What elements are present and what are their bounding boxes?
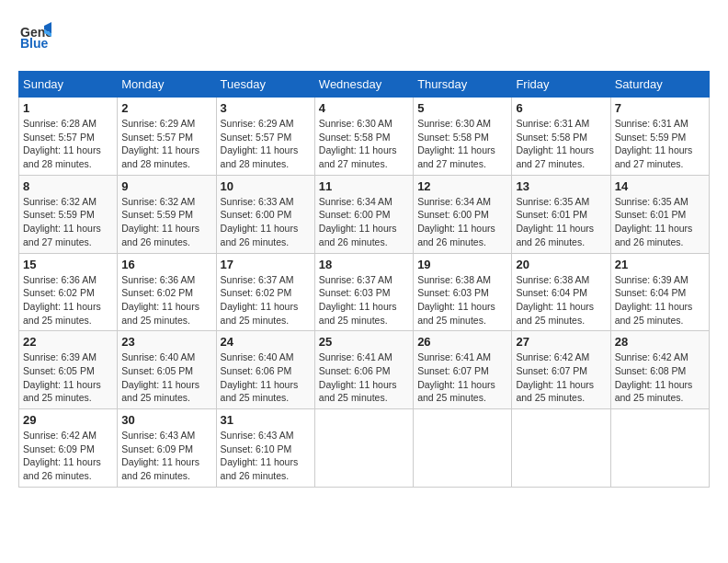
- day-info: Sunrise: 6:36 AM Sunset: 6:02 PM Dayligh…: [23, 273, 113, 327]
- calendar-week-1: 1Sunrise: 6:28 AM Sunset: 5:57 PM Daylig…: [19, 98, 710, 176]
- day-number: 12: [417, 179, 507, 193]
- day-number: 11: [319, 179, 409, 193]
- day-number: 26: [417, 335, 507, 349]
- calendar-cell: 16Sunrise: 6:36 AM Sunset: 6:02 PM Dayli…: [118, 253, 216, 331]
- day-info: Sunrise: 6:42 AM Sunset: 6:08 PM Dayligh…: [615, 350, 705, 405]
- calendar-week-2: 8Sunrise: 6:32 AM Sunset: 5:59 PM Daylig…: [19, 175, 710, 253]
- svg-text:Blue: Blue: [20, 36, 49, 51]
- day-number: 28: [615, 335, 705, 349]
- logo-icon: General Blue: [18, 18, 51, 52]
- day-info: Sunrise: 6:36 AM Sunset: 6:02 PM Dayligh…: [121, 273, 211, 327]
- day-info: Sunrise: 6:35 AM Sunset: 6:01 PM Dayligh…: [516, 195, 606, 249]
- day-info: Sunrise: 6:38 AM Sunset: 6:04 PM Dayligh…: [516, 273, 606, 327]
- day-number: 17: [221, 258, 311, 271]
- calendar-cell: 2Sunrise: 6:29 AM Sunset: 5:57 PM Daylig…: [118, 98, 216, 176]
- day-info: Sunrise: 6:41 AM Sunset: 6:07 PM Dayligh…: [417, 350, 507, 405]
- calendar-cell: 20Sunrise: 6:38 AM Sunset: 6:04 PM Dayli…: [512, 253, 610, 331]
- calendar-cell: 17Sunrise: 6:37 AM Sunset: 6:02 PM Dayli…: [216, 253, 314, 331]
- day-info: Sunrise: 6:30 AM Sunset: 5:58 PM Dayligh…: [319, 117, 409, 171]
- calendar-cell: [314, 409, 413, 488]
- day-info: Sunrise: 6:42 AM Sunset: 6:07 PM Dayligh…: [516, 350, 606, 405]
- day-number: 27: [516, 335, 606, 349]
- weekday-header-monday: Monday: [118, 72, 216, 98]
- day-info: Sunrise: 6:41 AM Sunset: 6:06 PM Dayligh…: [319, 350, 409, 405]
- calendar-cell: 27Sunrise: 6:42 AM Sunset: 6:07 PM Dayli…: [512, 331, 610, 409]
- day-info: Sunrise: 6:28 AM Sunset: 5:57 PM Dayligh…: [23, 117, 113, 171]
- day-info: Sunrise: 6:34 AM Sunset: 6:00 PM Dayligh…: [417, 195, 507, 249]
- day-number: 22: [23, 335, 113, 349]
- day-number: 31: [221, 413, 311, 427]
- day-number: 23: [121, 335, 211, 349]
- day-info: Sunrise: 6:43 AM Sunset: 6:09 PM Dayligh…: [121, 429, 211, 483]
- calendar-cell: 18Sunrise: 6:37 AM Sunset: 6:03 PM Dayli…: [314, 253, 413, 331]
- weekday-header-tuesday: Tuesday: [216, 72, 314, 98]
- calendar-cell: 10Sunrise: 6:33 AM Sunset: 6:00 PM Dayli…: [216, 175, 314, 253]
- calendar-cell: 24Sunrise: 6:40 AM Sunset: 6:06 PM Dayli…: [216, 331, 314, 409]
- weekday-header-saturday: Saturday: [610, 72, 709, 98]
- day-info: Sunrise: 6:33 AM Sunset: 6:00 PM Dayligh…: [221, 195, 311, 249]
- day-info: Sunrise: 6:37 AM Sunset: 6:02 PM Dayligh…: [221, 273, 311, 327]
- day-number: 30: [121, 413, 211, 427]
- calendar-week-4: 22Sunrise: 6:39 AM Sunset: 6:05 PM Dayli…: [19, 331, 710, 409]
- day-info: Sunrise: 6:29 AM Sunset: 5:57 PM Dayligh…: [121, 117, 211, 171]
- calendar-cell: 7Sunrise: 6:31 AM Sunset: 5:59 PM Daylig…: [610, 98, 709, 176]
- day-number: 4: [319, 101, 409, 115]
- day-info: Sunrise: 6:30 AM Sunset: 5:58 PM Dayligh…: [417, 117, 507, 171]
- day-number: 29: [23, 413, 113, 427]
- weekday-header-friday: Friday: [512, 72, 610, 98]
- day-number: 21: [615, 258, 705, 271]
- calendar-cell: 21Sunrise: 6:39 AM Sunset: 6:04 PM Dayli…: [610, 253, 709, 331]
- weekday-header-wednesday: Wednesday: [314, 72, 413, 98]
- day-info: Sunrise: 6:43 AM Sunset: 6:10 PM Dayligh…: [221, 429, 311, 483]
- calendar-cell: 13Sunrise: 6:35 AM Sunset: 6:01 PM Dayli…: [512, 175, 610, 253]
- day-number: 6: [516, 101, 606, 115]
- day-number: 14: [615, 179, 705, 193]
- day-info: Sunrise: 6:32 AM Sunset: 5:59 PM Dayligh…: [121, 195, 211, 249]
- calendar-week-3: 15Sunrise: 6:36 AM Sunset: 6:02 PM Dayli…: [19, 253, 710, 331]
- calendar-table: SundayMondayTuesdayWednesdayThursdayFrid…: [18, 71, 710, 488]
- day-number: 18: [319, 258, 409, 271]
- calendar-week-5: 29Sunrise: 6:42 AM Sunset: 6:09 PM Dayli…: [19, 409, 710, 488]
- day-number: 24: [221, 335, 311, 349]
- day-number: 10: [221, 179, 311, 193]
- page-header: General Blue: [18, 18, 710, 62]
- calendar-cell: 12Sunrise: 6:34 AM Sunset: 6:00 PM Dayli…: [414, 175, 512, 253]
- logo: General Blue: [18, 18, 51, 62]
- calendar-cell: 14Sunrise: 6:35 AM Sunset: 6:01 PM Dayli…: [610, 175, 709, 253]
- day-number: 7: [615, 101, 705, 115]
- day-number: 20: [516, 258, 606, 271]
- day-info: Sunrise: 6:35 AM Sunset: 6:01 PM Dayligh…: [615, 195, 705, 249]
- calendar-cell: 4Sunrise: 6:30 AM Sunset: 5:58 PM Daylig…: [314, 98, 413, 176]
- day-number: 8: [23, 179, 113, 193]
- calendar-cell: 5Sunrise: 6:30 AM Sunset: 5:58 PM Daylig…: [414, 98, 512, 176]
- day-info: Sunrise: 6:31 AM Sunset: 5:58 PM Dayligh…: [516, 117, 606, 171]
- calendar-header-row: SundayMondayTuesdayWednesdayThursdayFrid…: [19, 72, 710, 98]
- weekday-header-sunday: Sunday: [19, 72, 118, 98]
- day-number: 19: [417, 258, 507, 271]
- calendar-cell: 28Sunrise: 6:42 AM Sunset: 6:08 PM Dayli…: [610, 331, 709, 409]
- day-info: Sunrise: 6:40 AM Sunset: 6:06 PM Dayligh…: [221, 350, 311, 405]
- day-info: Sunrise: 6:40 AM Sunset: 6:05 PM Dayligh…: [121, 350, 211, 405]
- calendar-cell: 1Sunrise: 6:28 AM Sunset: 5:57 PM Daylig…: [19, 98, 118, 176]
- calendar-cell: 30Sunrise: 6:43 AM Sunset: 6:09 PM Dayli…: [118, 409, 216, 488]
- day-number: 16: [121, 258, 211, 271]
- day-number: 2: [121, 101, 211, 115]
- calendar-cell: 6Sunrise: 6:31 AM Sunset: 5:58 PM Daylig…: [512, 98, 610, 176]
- day-number: 9: [121, 179, 211, 193]
- day-number: 1: [23, 101, 113, 115]
- calendar-cell: [610, 409, 709, 488]
- day-info: Sunrise: 6:39 AM Sunset: 6:05 PM Dayligh…: [23, 350, 113, 405]
- weekday-header-thursday: Thursday: [414, 72, 512, 98]
- calendar-cell: 31Sunrise: 6:43 AM Sunset: 6:10 PM Dayli…: [216, 409, 314, 488]
- calendar-cell: 11Sunrise: 6:34 AM Sunset: 6:00 PM Dayli…: [314, 175, 413, 253]
- day-info: Sunrise: 6:29 AM Sunset: 5:57 PM Dayligh…: [221, 117, 311, 171]
- calendar-cell: [414, 409, 512, 488]
- calendar-cell: 25Sunrise: 6:41 AM Sunset: 6:06 PM Dayli…: [314, 331, 413, 409]
- calendar-cell: 22Sunrise: 6:39 AM Sunset: 6:05 PM Dayli…: [19, 331, 118, 409]
- calendar-cell: 19Sunrise: 6:38 AM Sunset: 6:03 PM Dayli…: [414, 253, 512, 331]
- calendar-cell: 15Sunrise: 6:36 AM Sunset: 6:02 PM Dayli…: [19, 253, 118, 331]
- calendar-cell: 23Sunrise: 6:40 AM Sunset: 6:05 PM Dayli…: [118, 331, 216, 409]
- day-number: 25: [319, 335, 409, 349]
- calendar-cell: 8Sunrise: 6:32 AM Sunset: 5:59 PM Daylig…: [19, 175, 118, 253]
- day-info: Sunrise: 6:32 AM Sunset: 5:59 PM Dayligh…: [23, 195, 113, 249]
